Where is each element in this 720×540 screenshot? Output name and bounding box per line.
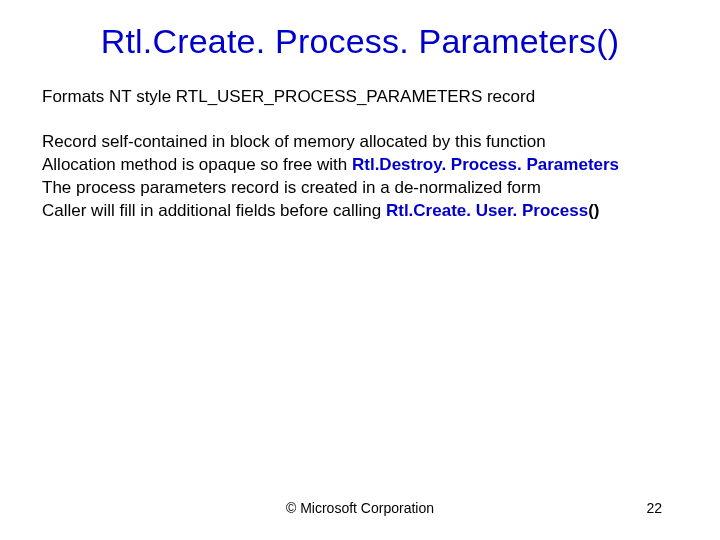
body-line-2-text: Allocation method is opaque so free with xyxy=(42,155,352,174)
body-line-2: Allocation method is opaque so free with… xyxy=(42,154,680,177)
body-line-2-bold: Rtl.Destroy. Process. Parameters xyxy=(352,155,619,174)
body-line-4-bold: Rtl.Create. User. Process xyxy=(386,201,588,220)
body-line-4-text: Caller will fill in additional fields be… xyxy=(42,201,386,220)
body-line-4-post: () xyxy=(588,201,599,220)
slide-subtitle: Formats NT style RTL_USER_PROCESS_PARAME… xyxy=(40,87,680,107)
footer-copyright: © Microsoft Corporation xyxy=(286,500,434,516)
body-line-4: Caller will fill in additional fields be… xyxy=(42,200,680,223)
slide-title: Rtl.Create. Process. Parameters() xyxy=(40,22,680,61)
footer-page-number: 22 xyxy=(646,500,662,516)
body-line-3: The process parameters record is created… xyxy=(42,177,680,200)
body-line-1: Record self-contained in block of memory… xyxy=(42,131,680,154)
slide-body: Record self-contained in block of memory… xyxy=(40,131,680,223)
slide-container: Rtl.Create. Process. Parameters() Format… xyxy=(0,0,720,540)
